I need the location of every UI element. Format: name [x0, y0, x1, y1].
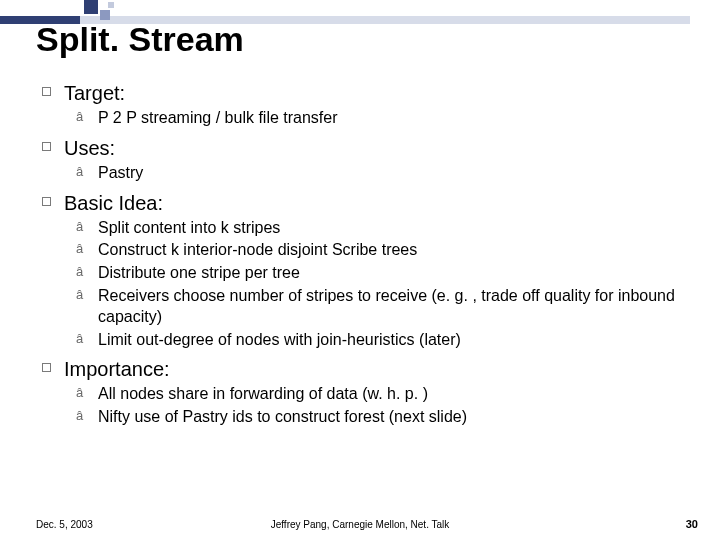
- arrow-bullet-icon: â: [76, 408, 98, 429]
- arrow-bullet-icon: â: [76, 219, 98, 240]
- list-item: â All nodes share in forwarding of data …: [76, 384, 682, 405]
- arrow-bullet-icon: â: [76, 109, 98, 130]
- heading-text: Uses:: [64, 135, 115, 161]
- footer-center: Jeffrey Pang, Carnegie Mellon, Net. Talk: [0, 519, 720, 530]
- list-item: â Nifty use of Pastry ids to construct f…: [76, 407, 682, 428]
- list-item: â Construct k interior-node disjoint Scr…: [76, 240, 682, 261]
- item-text: P 2 P streaming / bulk file transfer: [98, 108, 338, 129]
- item-text: All nodes share in forwarding of data (w…: [98, 384, 428, 405]
- list-item: â Distribute one stripe per tree: [76, 263, 682, 284]
- item-text: Construct k interior-node disjoint Scrib…: [98, 240, 417, 261]
- slide-body: Target: â P 2 P streaming / bulk file tr…: [42, 74, 682, 428]
- section-heading: Basic Idea:: [42, 190, 682, 216]
- heading-text: Target:: [64, 80, 125, 106]
- item-text: Distribute one stripe per tree: [98, 263, 300, 284]
- item-text: Pastry: [98, 163, 143, 184]
- list-item: â Receivers choose number of stripes to …: [76, 286, 682, 328]
- heading-text: Basic Idea:: [64, 190, 163, 216]
- arrow-bullet-icon: â: [76, 385, 98, 406]
- section-heading: Target:: [42, 80, 682, 106]
- list-item: â Limit out-degree of nodes with join-he…: [76, 330, 682, 351]
- arrow-bullet-icon: â: [76, 331, 98, 352]
- square-bullet-icon: [42, 84, 64, 110]
- item-text: Split content into k stripes: [98, 218, 280, 239]
- footer-page-number: 30: [686, 518, 698, 530]
- heading-text: Importance:: [64, 356, 170, 382]
- list-item: â Pastry: [76, 163, 682, 184]
- section-heading: Uses:: [42, 135, 682, 161]
- arrow-bullet-icon: â: [76, 241, 98, 262]
- square-bullet-icon: [42, 139, 64, 165]
- item-text: Receivers choose number of stripes to re…: [98, 286, 682, 328]
- slide-title: Split. Stream: [36, 20, 244, 59]
- arrow-bullet-icon: â: [76, 287, 98, 329]
- square-bullet-icon: [42, 194, 64, 220]
- item-text: Limit out-degree of nodes with join-heur…: [98, 330, 461, 351]
- section-heading: Importance:: [42, 356, 682, 382]
- list-item: â Split content into k stripes: [76, 218, 682, 239]
- arrow-bullet-icon: â: [76, 164, 98, 185]
- item-text: Nifty use of Pastry ids to construct for…: [98, 407, 467, 428]
- arrow-bullet-icon: â: [76, 264, 98, 285]
- list-item: â P 2 P streaming / bulk file transfer: [76, 108, 682, 129]
- square-bullet-icon: [42, 360, 64, 386]
